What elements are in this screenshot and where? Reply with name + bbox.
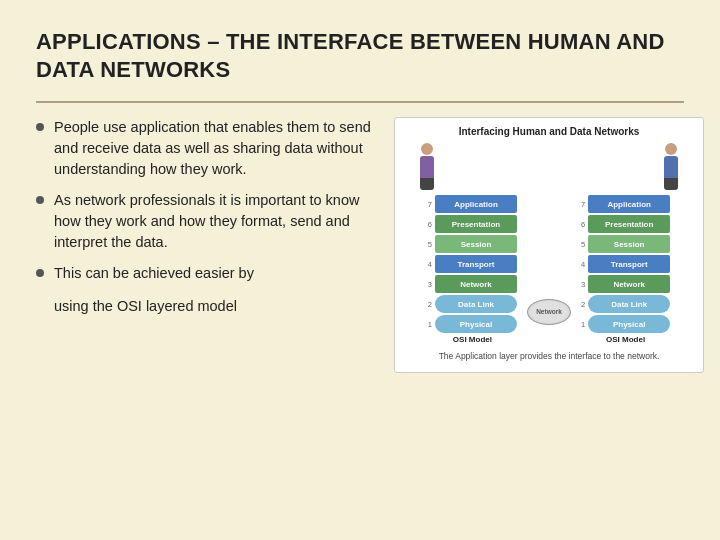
layer-num: 6 — [581, 220, 585, 229]
osi-row: 3 Network — [581, 275, 670, 293]
person-head — [665, 143, 677, 155]
diagram-caption: The Application layer provides the inter… — [439, 351, 660, 362]
layer-num: 1 — [428, 320, 432, 329]
osi-row: 1 Physical — [428, 315, 517, 333]
bullet-text-1: People use application that enables them… — [54, 117, 376, 180]
diagram-title: Interfacing Human and Data Networks — [459, 126, 640, 137]
osi-layers-row: 7 Application 6 Presentation 5 Session — [405, 195, 693, 344]
osi-row: 6 Presentation — [428, 215, 517, 233]
layer-num: 5 — [581, 240, 585, 249]
layer-num: 3 — [428, 280, 432, 289]
osi-row: 6 Presentation — [581, 215, 670, 233]
diagram-column: Interfacing Human and Data Networks — [394, 117, 704, 520]
divider — [36, 101, 684, 103]
osi-row: 3 Network — [428, 275, 517, 293]
layer-transport-left: Transport — [435, 255, 517, 273]
layer-session-right: Session — [588, 235, 670, 253]
person-body — [664, 156, 678, 178]
layer-num: 7 — [581, 200, 585, 209]
layer-num: 2 — [428, 300, 432, 309]
list-item: As network professionals it is important… — [36, 190, 376, 253]
layer-num: 5 — [428, 240, 432, 249]
content-row: People use application that enables them… — [36, 117, 684, 520]
layer-application-left: Application — [435, 195, 517, 213]
bullet-icon — [36, 269, 44, 277]
osi-row: 7 Application — [581, 195, 670, 213]
osi-row: 5 Session — [581, 235, 670, 253]
layer-physical-left: Physical — [435, 315, 517, 333]
osi-row: 5 Session — [428, 235, 517, 253]
osi-layers-list-left: 7 Application 6 Presentation 5 Session — [428, 195, 517, 333]
middle-network: Network — [523, 195, 575, 344]
layer-transport-right: Transport — [588, 255, 670, 273]
osi-row: 4 Transport — [581, 255, 670, 273]
osi-row: 2 Data Link — [428, 295, 517, 313]
person-body — [420, 156, 434, 178]
network-cloud: Network — [527, 299, 571, 325]
layer-datalink-right: Data Link — [588, 295, 670, 313]
osi-row: 7 Application — [428, 195, 517, 213]
osi-layers-list-right: 7 Application 6 Presentation 5 Session — [581, 195, 670, 333]
person-legs — [420, 178, 434, 190]
person-right — [657, 143, 685, 193]
text-column: People use application that enables them… — [36, 117, 376, 520]
osi-row: 4 Transport — [428, 255, 517, 273]
using-osi-line: using the OSI layered model — [36, 296, 376, 317]
layer-session-left: Session — [435, 235, 517, 253]
layer-num: 2 — [581, 300, 585, 309]
osi-label-left: OSI Model — [453, 335, 492, 344]
bullet-text-2: As network professionals it is important… — [54, 190, 376, 253]
osi-row: 2 Data Link — [581, 295, 670, 313]
person-legs — [664, 178, 678, 190]
layer-num: 1 — [581, 320, 585, 329]
layer-num: 4 — [581, 260, 585, 269]
bullet-text-3: This can be achieved easier by — [54, 263, 254, 284]
layer-num: 3 — [581, 280, 585, 289]
layer-application-right: Application — [588, 195, 670, 213]
osi-label-right: OSI Model — [606, 335, 645, 344]
osi-column-right: 7 Application 6 Presentation 5 Session — [581, 195, 670, 344]
person-head — [421, 143, 433, 155]
list-item: People use application that enables them… — [36, 117, 376, 180]
figures-row — [405, 143, 693, 193]
layer-num: 6 — [428, 220, 432, 229]
osi-column-left: 7 Application 6 Presentation 5 Session — [428, 195, 517, 344]
slide-title: APPLICATIONS – THE INTERFACE BETWEEN HUM… — [36, 28, 684, 83]
layer-num: 7 — [428, 200, 432, 209]
layer-physical-right: Physical — [588, 315, 670, 333]
slide: APPLICATIONS – THE INTERFACE BETWEEN HUM… — [0, 0, 720, 540]
osi-row: 1 Physical — [581, 315, 670, 333]
layer-datalink-left: Data Link — [435, 295, 517, 313]
diagram-box: Interfacing Human and Data Networks — [394, 117, 704, 373]
layer-presentation-left: Presentation — [435, 215, 517, 233]
bullet-icon — [36, 123, 44, 131]
layer-network-right: Network — [588, 275, 670, 293]
layer-network-left: Network — [435, 275, 517, 293]
list-item: This can be achieved easier by — [36, 263, 376, 284]
person-left — [413, 143, 441, 193]
layer-num: 4 — [428, 260, 432, 269]
layer-presentation-right: Presentation — [588, 215, 670, 233]
bullet-icon — [36, 196, 44, 204]
